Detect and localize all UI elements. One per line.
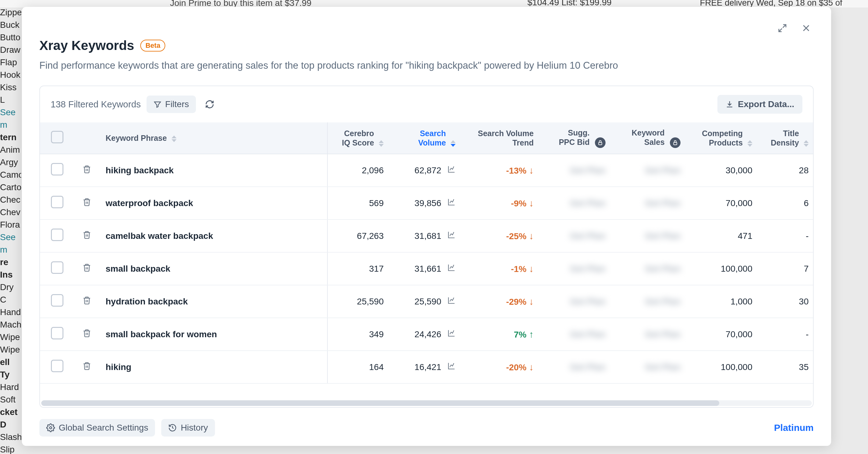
col-trend[interactable]: Search VolumeTrend xyxy=(462,122,540,154)
cell-competing: 30,000 xyxy=(687,154,758,187)
trash-icon[interactable] xyxy=(83,231,91,241)
cell-ppc: Get Plan xyxy=(540,187,612,220)
cell-sales: Get Plan xyxy=(612,154,687,187)
cell-trend: -20%↓ xyxy=(462,351,540,383)
beta-badge: Beta xyxy=(140,40,165,52)
keyword-phrase[interactable]: camelbak water backpack xyxy=(105,231,213,241)
table-scroll[interactable]: Keyword Phrase CerebroIQ Score SearchVol… xyxy=(40,122,813,398)
col-checkbox[interactable] xyxy=(40,122,74,154)
row-checkbox[interactable] xyxy=(51,196,63,208)
cell-trend: -25%↓ xyxy=(462,220,540,252)
cell-sales: Get Plan xyxy=(612,285,687,318)
row-checkbox[interactable] xyxy=(51,261,63,274)
col-iq[interactable]: CerebroIQ Score xyxy=(328,122,390,154)
xray-modal: Xray Keywords Beta Find performance keyw… xyxy=(22,7,831,446)
cell-iq: 2,096 xyxy=(328,154,390,187)
history-button[interactable]: History xyxy=(161,419,215,436)
bg-left-filters: ZippeBuckButtoDrawFlapHookKiss LSee mter… xyxy=(0,6,21,454)
lock-icon xyxy=(595,137,606,148)
cell-trend: 7%↑ xyxy=(462,318,540,351)
cell-volume: 24,426 xyxy=(390,318,462,351)
chart-icon[interactable] xyxy=(447,263,456,272)
keyword-phrase[interactable]: hiking xyxy=(105,362,131,372)
trash-icon[interactable] xyxy=(83,362,91,372)
cell-iq: 569 xyxy=(328,187,390,220)
cell-iq: 164 xyxy=(328,351,390,383)
cell-volume: 39,856 xyxy=(390,187,462,220)
cell-density: - xyxy=(758,220,813,252)
cell-volume: 25,590 xyxy=(390,285,462,318)
trash-icon[interactable] xyxy=(83,330,91,339)
chart-icon[interactable] xyxy=(447,165,456,173)
cell-density: 6 xyxy=(758,187,813,220)
global-settings-label: Global Search Settings xyxy=(59,423,148,433)
table-toolbar: 138 Filtered Keywords Filters Export Dat… xyxy=(40,86,813,122)
keyword-phrase[interactable]: small backpack for women xyxy=(105,329,217,339)
export-button[interactable]: Export Data... xyxy=(717,95,802,114)
cell-competing: 1,000 xyxy=(687,285,758,318)
bg-price-text: $104.49 List: $199.99 xyxy=(527,0,612,7)
table-row: hydration backpack25,59025,590 -29%↓Get … xyxy=(40,285,813,318)
cell-competing: 100,000 xyxy=(687,351,758,383)
row-checkbox[interactable] xyxy=(51,294,63,306)
cell-density: 7 xyxy=(758,252,813,285)
table-row: camelbak water backpack67,26331,681 -25%… xyxy=(40,220,813,252)
cell-ppc: Get Plan xyxy=(540,318,612,351)
cell-competing: 70,000 xyxy=(687,187,758,220)
filters-button[interactable]: Filters xyxy=(147,96,196,113)
trash-icon[interactable] xyxy=(83,199,91,208)
expand-icon[interactable] xyxy=(776,22,788,34)
col-actions xyxy=(74,122,99,154)
trash-icon[interactable] xyxy=(83,297,91,306)
cell-competing: 471 xyxy=(687,220,758,252)
table-row: hiking16416,421 -20%↓Get PlanGet Plan100… xyxy=(40,351,813,383)
refresh-button[interactable] xyxy=(202,96,218,112)
platinum-link[interactable]: Platinum xyxy=(774,422,814,433)
chart-icon[interactable] xyxy=(447,362,456,370)
cell-competing: 100,000 xyxy=(687,252,758,285)
export-label: Export Data... xyxy=(738,99,794,109)
row-checkbox[interactable] xyxy=(51,229,63,241)
chart-icon[interactable] xyxy=(447,329,456,337)
cell-sales: Get Plan xyxy=(612,318,687,351)
cell-iq: 25,590 xyxy=(328,285,390,318)
keyword-phrase[interactable]: small backpack xyxy=(105,264,170,273)
chart-icon[interactable] xyxy=(447,231,456,239)
cell-iq: 317 xyxy=(328,252,390,285)
col-keyword[interactable]: Keyword Phrase xyxy=(99,122,328,154)
cell-competing: 70,000 xyxy=(687,318,758,351)
keyword-phrase[interactable]: hydration backpack xyxy=(105,297,188,306)
horizontal-scrollbar[interactable] xyxy=(41,400,812,406)
cell-sales: Get Plan xyxy=(612,220,687,252)
row-checkbox[interactable] xyxy=(51,360,63,372)
cell-trend: -29%↓ xyxy=(462,285,540,318)
row-checkbox[interactable] xyxy=(51,163,63,175)
row-checkbox[interactable] xyxy=(51,327,63,339)
cell-ppc: Get Plan xyxy=(540,220,612,252)
keyword-phrase[interactable]: waterproof backpack xyxy=(105,198,193,208)
trash-icon[interactable] xyxy=(83,264,91,274)
cell-sales: Get Plan xyxy=(612,187,687,220)
chart-icon[interactable] xyxy=(447,198,456,206)
col-ppc[interactable]: Sugg.PPC Bid xyxy=(540,122,612,154)
col-volume[interactable]: SearchVolume xyxy=(390,122,462,154)
col-keyword-label: Keyword Phrase xyxy=(105,134,167,142)
filtered-count: 138 Filtered Keywords xyxy=(51,99,141,109)
cell-iq: 349 xyxy=(328,318,390,351)
col-density[interactable]: TitleDensity xyxy=(758,122,813,154)
modal-footer: Global Search Settings History Platinum xyxy=(39,408,814,436)
col-competing[interactable]: CompetingProducts xyxy=(687,122,758,154)
close-icon[interactable] xyxy=(800,22,812,34)
scrollbar-thumb[interactable] xyxy=(41,400,719,406)
global-settings-button[interactable]: Global Search Settings xyxy=(39,419,155,436)
sort-icon xyxy=(747,140,752,147)
select-all-checkbox[interactable] xyxy=(51,131,63,143)
download-icon xyxy=(725,100,734,108)
history-label: History xyxy=(181,423,208,433)
svg-rect-1 xyxy=(674,143,677,145)
chart-icon[interactable] xyxy=(447,296,456,304)
trash-icon[interactable] xyxy=(83,166,91,175)
keyword-phrase[interactable]: hiking backpack xyxy=(105,165,174,175)
col-sales[interactable]: KeywordSales xyxy=(612,122,687,154)
modal-subtitle: Find performance keywords that are gener… xyxy=(39,60,814,71)
